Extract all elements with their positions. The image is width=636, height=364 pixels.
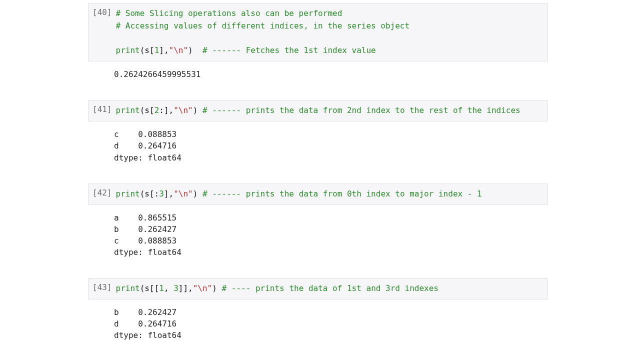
input-prompt: [42] <box>88 187 116 198</box>
output-area: c 0.088853 d 0.264716 dtype: float64 <box>88 122 548 164</box>
cell-output: 0.2624266459995531 <box>114 68 548 80</box>
input-area[interactable]: [42] print(s[:3],"\n") # ------ prints t… <box>88 184 548 205</box>
code-editor[interactable]: print(s[2:],"\n") # ------ prints the da… <box>116 104 548 118</box>
cell-output: a 0.865515 b 0.262427 c 0.088853 dtype: … <box>114 212 548 258</box>
output-area: 0.2624266459995531 <box>88 62 548 80</box>
input-area[interactable]: [41] print(s[2:],"\n") # ------ prints t… <box>88 100 548 122</box>
input-prompt: [40] <box>88 6 116 17</box>
code-editor[interactable]: # Some Slicing operations also can be pe… <box>116 6 548 58</box>
input-area[interactable]: [40] # Some Slicing operations also can … <box>88 3 548 62</box>
output-area: a 0.865515 b 0.262427 c 0.088853 dtype: … <box>88 205 548 258</box>
notebook-cell: [43] print(s[[1, 3]],"\n") # ---- prints… <box>88 278 548 341</box>
input-area[interactable]: [43] print(s[[1, 3]],"\n") # ---- prints… <box>88 278 548 300</box>
input-prompt: [43] <box>88 282 116 292</box>
input-prompt: [41] <box>88 104 116 114</box>
notebook-container: [40] # Some Slicing operations also can … <box>88 0 548 364</box>
notebook-cell: [42] print(s[:3],"\n") # ------ prints t… <box>88 184 548 258</box>
cell-output: b 0.262427 d 0.264716 dtype: float64 <box>114 306 548 342</box>
code-editor[interactable]: print(s[:3],"\n") # ------ prints the da… <box>116 187 548 202</box>
code-editor[interactable]: print(s[[1, 3]],"\n") # ---- prints the … <box>116 282 548 296</box>
cell-output: c 0.088853 d 0.264716 dtype: float64 <box>114 128 548 164</box>
notebook-cell: [41] print(s[2:],"\n") # ------ prints t… <box>88 100 548 163</box>
notebook-cell: [40] # Some Slicing operations also can … <box>88 3 548 80</box>
output-area: b 0.262427 d 0.264716 dtype: float64 <box>88 300 548 342</box>
